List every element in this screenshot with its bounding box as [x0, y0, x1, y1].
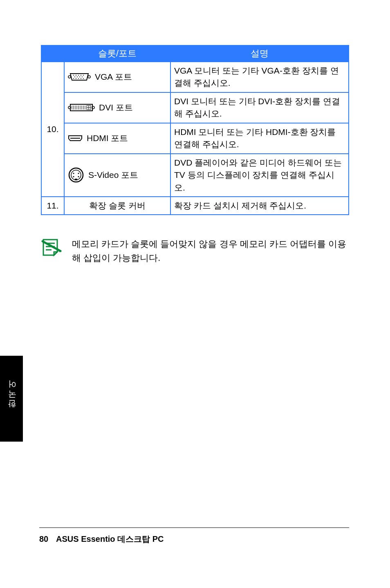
- svg-point-12: [76, 78, 76, 79]
- svg-point-35: [73, 173, 74, 174]
- th-desc: 설명: [170, 45, 349, 62]
- svg-point-9: [79, 76, 80, 77]
- ports-table: 슬롯/포트 설명 10.: [41, 45, 349, 215]
- svg-point-2: [73, 75, 74, 76]
- svg-point-10: [82, 76, 83, 77]
- port-desc: HDMI 모니터 또는 기타 HDMI-호환 장치를 연결해 주십시오.: [170, 123, 349, 154]
- note-box: 메모리 카드가 슬롯에 들어맞지 않을 경우 메모리 카드 어댑터를 이용해 삽…: [41, 237, 349, 265]
- language-tab: 한국어: [0, 356, 23, 442]
- hdmi-port-icon: [68, 134, 83, 142]
- page-footer: 80 ASUS Essentio 데스크탑 PC: [39, 527, 349, 545]
- svg-point-7: [74, 76, 75, 77]
- svg-point-5: [81, 75, 81, 76]
- svg-point-38: [78, 176, 79, 177]
- port-name: HDMI 포트: [87, 132, 128, 144]
- svg-point-14: [81, 78, 81, 79]
- th-num: [41, 45, 64, 62]
- footer-title: ASUS Essentio 데스크탑 PC: [56, 534, 164, 543]
- table-row: 11. 확장 슬롯 커버 확장 카드 설치시 제거해 주십시오.: [41, 197, 349, 215]
- port-name: DVI 포트: [99, 101, 133, 114]
- svg-point-36: [78, 173, 79, 174]
- svg-point-1: [88, 76, 90, 78]
- note-text: 메모리 카드가 슬롯에 들어맞지 않을 경우 메모리 카드 어댑터를 이용해 삽…: [72, 237, 349, 265]
- table-row: 10.: [41, 62, 349, 92]
- svg-point-3: [76, 75, 76, 76]
- svg-point-13: [78, 78, 79, 79]
- port-desc: 확장 카드 설치시 제거해 주십시오.: [170, 197, 349, 215]
- language-tab-label: 한국어: [6, 384, 17, 413]
- svg-point-33: [71, 170, 81, 180]
- port-desc: DVD 플레이어와 같은 미디어 하드웨어 또는 TV 등의 디스플레이 장치를…: [170, 154, 349, 197]
- th-slot: 슬롯/포트: [64, 45, 170, 62]
- svg-point-37: [73, 176, 74, 177]
- svg-rect-34: [75, 179, 77, 180]
- port-desc: DVI 모니터 또는 기타 DVI-호환 장치를 연결해 주십시오.: [170, 92, 349, 123]
- row-num-11: 11.: [41, 197, 64, 215]
- svg-point-11: [73, 78, 74, 79]
- table-row: DVI 포트 DVI 모니터 또는 기타 DVI-호환 장치를 연결해 주십시오…: [41, 92, 349, 123]
- port-name: 확장 슬롯 커버: [64, 197, 170, 215]
- row-num-10: 10.: [41, 62, 64, 197]
- svg-point-4: [78, 75, 79, 76]
- vga-port-icon: [68, 71, 91, 83]
- port-name: VGA 포트: [95, 71, 132, 83]
- svg-point-0: [68, 76, 71, 78]
- svg-point-6: [83, 75, 84, 76]
- page-number: 80: [39, 534, 48, 544]
- note-icon: [41, 237, 62, 258]
- svg-point-8: [77, 76, 78, 77]
- table-row: S-Video 포트 DVD 플레이어와 같은 미디어 하드웨어 또는 TV 등…: [41, 154, 349, 197]
- table-row: HDMI 포트 HDMI 모니터 또는 기타 HDMI-호환 장치를 연결해 주…: [41, 123, 349, 154]
- port-desc: VGA 모니터 또는 기타 VGA-호환 장치를 연결해 주십시오.: [170, 62, 349, 92]
- dvi-port-icon: [68, 102, 95, 113]
- port-name: S-Video 포트: [88, 169, 138, 181]
- svideo-port-icon: [68, 167, 84, 183]
- svg-point-15: [83, 78, 84, 79]
